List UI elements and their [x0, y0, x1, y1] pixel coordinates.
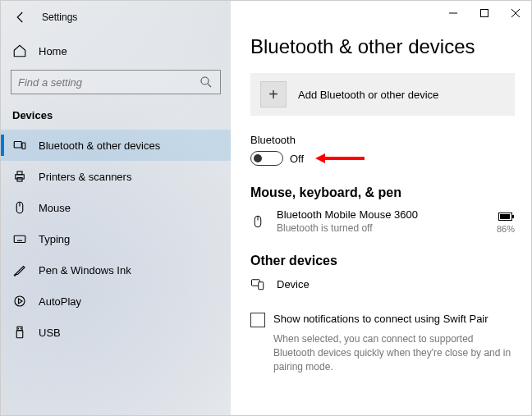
nav-home[interactable]: Home	[1, 37, 231, 65]
svg-rect-14	[17, 327, 22, 331]
svg-point-0	[201, 77, 209, 85]
device-name: Device	[277, 278, 515, 290]
nav-pen[interactable]: Pen & Windows Ink	[1, 254, 231, 286]
printer-icon	[12, 169, 27, 184]
plus-icon: +	[260, 81, 287, 107]
device-row-mouse[interactable]: Bluetooth Mobile Mouse 3600 Bluetooth is…	[250, 208, 515, 234]
swift-pair-checkbox[interactable]	[250, 313, 265, 327]
sidebar: Settings Home Devices Bluetooth & other …	[1, 1, 231, 415]
mouse-section-title: Mouse, keyboard, & pen	[250, 185, 515, 200]
bluetooth-state: Off	[290, 153, 304, 165]
svg-rect-28	[500, 214, 510, 219]
nav-usb[interactable]: USB	[1, 317, 231, 348]
svg-rect-5	[17, 178, 22, 182]
nav-autoplay[interactable]: AutoPlay	[1, 286, 231, 317]
nav-bluetooth[interactable]: Bluetooth & other devices	[1, 130, 231, 161]
app-title: Settings	[42, 11, 77, 23]
svg-rect-19	[481, 10, 488, 17]
nav-mouse[interactable]: Mouse	[1, 192, 231, 223]
devices-icon	[12, 138, 27, 153]
svg-rect-2	[22, 143, 25, 149]
svg-rect-4	[17, 171, 22, 175]
close-icon	[511, 9, 520, 17]
nav-typing[interactable]: Typing	[1, 223, 231, 254]
pen-icon	[12, 263, 27, 277]
svg-rect-27	[512, 215, 514, 218]
bluetooth-label: Bluetooth	[250, 134, 515, 146]
pointer-arrow-icon	[315, 151, 365, 166]
page-title: Bluetooth & other devices	[250, 35, 515, 58]
swift-pair-hint: When selected, you can connect to suppor…	[273, 332, 515, 373]
home-label: Home	[39, 45, 67, 57]
bluetooth-toggle[interactable]	[250, 151, 283, 166]
close-button[interactable]	[500, 1, 531, 25]
device-icon	[250, 277, 265, 291]
section-header: Devices	[1, 103, 231, 130]
main-content: Bluetooth & other devices + Add Bluetoot…	[231, 1, 531, 415]
autoplay-icon	[12, 294, 27, 309]
usb-icon	[12, 325, 27, 340]
device-name: Bluetooth Mobile Mouse 3600	[277, 208, 497, 221]
nav-printers[interactable]: Printers & scanners	[1, 161, 231, 192]
svg-rect-1	[14, 142, 21, 149]
swift-pair-label: Show notifications to connect using Swif…	[273, 313, 488, 325]
svg-rect-8	[14, 235, 25, 242]
minimize-icon	[449, 9, 457, 17]
back-arrow-icon	[13, 10, 28, 25]
minimize-button[interactable]	[438, 1, 469, 25]
svg-rect-30	[259, 282, 264, 290]
svg-point-13	[15, 296, 25, 306]
maximize-icon	[480, 9, 488, 17]
svg-marker-23	[315, 153, 325, 163]
add-device-button[interactable]: + Add Bluetooth or other device	[250, 73, 515, 116]
maximize-button[interactable]	[469, 1, 500, 25]
home-icon	[12, 43, 27, 58]
search-input[interactable]	[18, 76, 199, 89]
device-row-other[interactable]: Device	[250, 277, 515, 291]
mouse-icon	[12, 200, 27, 215]
back-button[interactable]	[11, 7, 30, 27]
battery-percent: 86%	[497, 224, 515, 234]
keyboard-icon	[12, 231, 27, 246]
other-section-title: Other devices	[250, 254, 515, 268]
search-box[interactable]	[11, 70, 221, 94]
mouse-device-icon	[250, 214, 265, 229]
search-icon	[199, 75, 213, 89]
svg-rect-3	[16, 175, 25, 179]
device-status: Bluetooth is turned off	[277, 222, 497, 234]
svg-rect-15	[16, 331, 23, 338]
battery-icon	[498, 213, 515, 221]
